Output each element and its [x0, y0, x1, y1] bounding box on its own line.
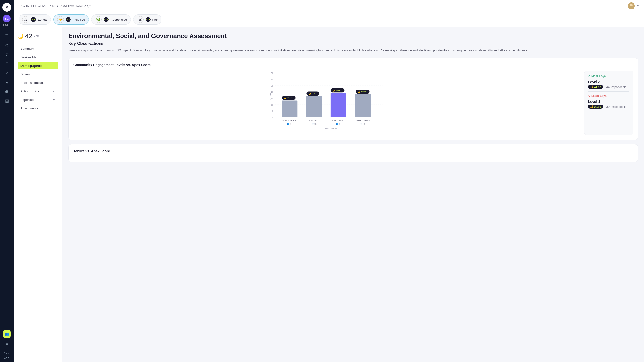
divider — [3, 29, 10, 29]
most-loyal-respondents: 44 respondents — [606, 85, 627, 89]
score-value: 42 — [25, 32, 33, 40]
svg-text:CX SCORE: CX SCORE — [270, 92, 272, 103]
bar-competitor-c — [355, 94, 371, 117]
close-icon: ✕ — [5, 5, 8, 9]
chart2-title: Tenure vs. Apex Score — [74, 149, 633, 153]
responsive-badge: # 3 — [104, 17, 108, 22]
svg-text:AXIS LEGEND: AXIS LEGEND — [325, 127, 338, 130]
bar-chart-svg: 70 60 50 40 30 20 10 0 — [74, 71, 580, 134]
page-title: Environmental, Social, and Governance As… — [68, 32, 638, 40]
sliders-nav-icon[interactable]: ⚙ — [3, 41, 11, 49]
score-panel: 🌙 42 /70 Summary Desires Map Demographic… — [14, 27, 62, 362]
trending-nav-icon[interactable]: ⤴ — [3, 50, 11, 58]
nav-summary[interactable]: Summary — [18, 45, 58, 52]
tab-fair[interactable]: 🏛 # 4 Fair — [133, 14, 162, 25]
svg-text:60: 60 — [270, 78, 273, 81]
nav-action-topics[interactable]: Action Topics ▼ — [18, 87, 58, 95]
people-nav-icon[interactable]: 👥 — [3, 330, 11, 338]
svg-text:🌙 41.92: 🌙 41.92 — [358, 90, 366, 93]
svg-point-2 — [629, 6, 633, 9]
avatar[interactable]: SG — [3, 15, 11, 22]
lightbulb-nav-icon[interactable]: ◉ — [3, 87, 11, 95]
svg-point-1 — [630, 4, 632, 6]
cx-label[interactable]: CX ▼ — [4, 352, 10, 355]
main-wrapper: ESG INTELLIGENCE > KEY OBSERVATIONS > Q4… — [14, 0, 644, 362]
sidebar-bottom: 👥 ⊞ CX ▼ EX ▼ — [3, 330, 11, 359]
fair-tab-icon: 🏛 — [137, 16, 144, 23]
fair-badge: # 4 — [146, 17, 150, 22]
most-loyal-title: ↗ Most Loyal — [588, 74, 629, 78]
svg-text:👥 XX: 👥 XX — [287, 123, 292, 125]
main-content: Environmental, Social, and Governance As… — [62, 27, 644, 362]
grid-nav-icon[interactable]: ▦ — [3, 97, 11, 105]
tab-responsive[interactable]: 🌿 # 3 Responsive — [91, 14, 131, 25]
trending-down-icon: ↘ — [588, 94, 590, 97]
ethical-tab-label: Ethical — [38, 18, 47, 21]
sidebar: ✕ SG ESG ▼ ☰ ⚙ ⤴ ⊟ ↗ ★ ◉ ▦ ⊕ 👥 ⊞ CX ▼ EX… — [0, 0, 14, 362]
chevron-user-icon: ▼ — [637, 5, 639, 7]
section-title: Key Observations — [68, 41, 638, 46]
search-nav-icon[interactable]: ⊕ — [3, 106, 11, 114]
score-total: /70 — [34, 34, 39, 38]
topnav-right: ▼ — [628, 2, 639, 9]
trending-up-icon: ↗ — [588, 74, 590, 78]
legend-divider — [588, 91, 629, 92]
svg-text:👥 XX: 👥 XX — [312, 123, 317, 125]
svg-text:0: 0 — [272, 116, 273, 119]
nav-demographics[interactable]: Demographics — [18, 62, 58, 69]
tab-inclusive[interactable]: 🤝 # 2 Inclusive — [54, 14, 89, 25]
svg-text:DIY RETAILER: DIY RETAILER — [308, 119, 320, 121]
svg-text:👥 XX: 👥 XX — [336, 123, 341, 125]
fair-tab-label: Fair — [152, 18, 158, 21]
svg-text:🌙 33.3: 🌙 33.3 — [308, 92, 316, 95]
nav-drivers[interactable]: Drivers — [18, 70, 58, 78]
svg-text:COMPETITOR A: COMPETITOR A — [283, 119, 297, 121]
most-loyal-level: Level 3 — [588, 80, 629, 84]
chart1-title: Community Engagement Levels vs. Apex Sco… — [74, 63, 633, 67]
most-loyal-score-badge: 🌙 41.92 — [588, 85, 603, 89]
action-topics-arrow-icon: ▼ — [52, 90, 55, 93]
least-loyal-level: Level 1 — [588, 99, 629, 104]
svg-text:10: 10 — [270, 110, 273, 112]
inclusive-tab-icon: 🤝 — [57, 16, 64, 23]
trending2-nav-icon[interactable]: ↗ — [3, 69, 11, 77]
chart-area: 70 60 50 40 30 20 10 0 — [74, 71, 580, 135]
list-nav-icon[interactable]: ☰ — [3, 32, 11, 40]
expertise-arrow-icon: ▼ — [52, 98, 55, 102]
bar-diy-retailer — [306, 96, 322, 117]
svg-text:COMPETITOR C: COMPETITOR C — [356, 119, 370, 121]
nav-desires-map[interactable]: Desires Map — [18, 53, 58, 61]
tabs-row: ⚖ # 1 Ethical 🤝 # 2 Inclusive 🌿 # 3 Resp… — [14, 12, 644, 27]
user-avatar[interactable] — [628, 2, 635, 9]
chevron-down-icon: ▼ — [9, 24, 11, 26]
bar-competitor-b — [330, 93, 346, 117]
content-area: 🌙 42 /70 Summary Desires Map Demographic… — [14, 27, 644, 362]
svg-text:COMPETITOR B: COMPETITOR B — [332, 119, 346, 121]
topnav: ESG INTELLIGENCE > KEY OBSERVATIONS > Q4… — [14, 0, 644, 12]
nav-attachments[interactable]: Attachments — [18, 105, 58, 112]
close-button[interactable]: ✕ — [2, 3, 11, 12]
svg-text:70: 70 — [270, 72, 273, 74]
tab-ethical[interactable]: ⚖ # 1 Ethical — [18, 14, 51, 25]
svg-text:🌙 26.59: 🌙 26.59 — [284, 96, 292, 99]
star-nav-icon[interactable]: ★ — [3, 78, 11, 86]
ex-label[interactable]: EX ▼ — [4, 357, 10, 359]
inclusive-tab-label: Inclusive — [73, 18, 85, 21]
chart1-inner: 70 60 50 40 30 20 10 0 — [74, 71, 633, 135]
svg-text:50: 50 — [270, 85, 273, 87]
apps-nav-icon[interactable]: ⊞ — [3, 339, 11, 347]
breadcrumb: ESG INTELLIGENCE > KEY OBSERVATIONS > Q4 — [18, 4, 92, 7]
divider2 — [3, 350, 10, 350]
chevron-ex-icon: ▼ — [8, 357, 10, 359]
bar-competitor-a — [282, 101, 297, 117]
ethical-tab-icon: ⚖ — [22, 16, 29, 23]
inclusive-badge: # 2 — [66, 17, 71, 22]
score-display: 🌙 42 /70 — [18, 32, 58, 40]
least-loyal-title: ↘ Least Loyal — [588, 94, 629, 97]
esg-nav-label[interactable]: ESG ▼ — [2, 24, 11, 27]
score-icon: 🌙 — [18, 33, 24, 39]
nav-expertise[interactable]: Expertise ▼ — [18, 96, 58, 104]
responsive-tab-icon: 🌿 — [95, 16, 102, 23]
layers-nav-icon[interactable]: ⊟ — [3, 60, 11, 67]
nav-business-impact[interactable]: Business Impact — [18, 79, 58, 86]
